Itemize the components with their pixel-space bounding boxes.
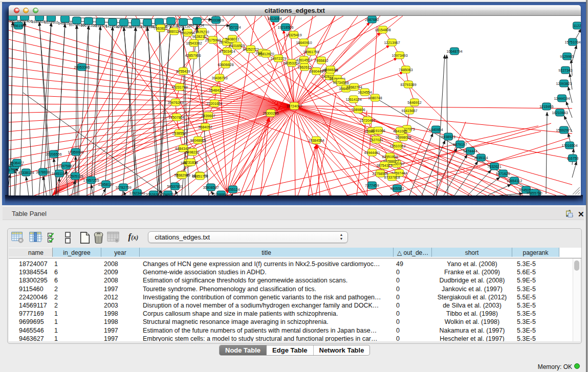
svg-text:84252722: 84252722 (243, 48, 258, 51)
svg-text:5938923: 5938923 (441, 135, 455, 139)
svg-text:13561597: 13561597 (10, 24, 26, 28)
svg-text:87337818: 87337818 (384, 176, 400, 179)
svg-text:1527021: 1527021 (369, 138, 383, 142)
svg-text:18724007: 18724007 (286, 104, 302, 108)
svg-text:7357224: 7357224 (227, 26, 241, 29)
svg-text:4668136: 4668136 (176, 25, 190, 28)
svg-text:8860124: 8860124 (167, 30, 181, 33)
svg-text:12213967: 12213967 (384, 41, 400, 45)
svg-text:7663822: 7663822 (154, 27, 167, 30)
svg-text:4841005: 4841005 (393, 129, 407, 133)
svg-text:3624554: 3624554 (358, 91, 372, 94)
svg-text:19384554: 19384554 (308, 139, 324, 142)
svg-text:12093823: 12093823 (556, 82, 572, 85)
svg-text:1362615: 1362615 (297, 65, 311, 69)
svg-text:8755439: 8755439 (176, 70, 190, 73)
svg-text:2087682: 2087682 (365, 18, 379, 21)
svg-text:1538552: 1538552 (172, 132, 186, 135)
svg-text:96282117: 96282117 (192, 35, 208, 38)
svg-text:17359938: 17359938 (68, 150, 83, 154)
svg-text:15751034: 15751034 (564, 40, 580, 44)
svg-text:20576383: 20576383 (145, 193, 161, 196)
svg-text:9548432: 9548432 (209, 89, 223, 92)
svg-text:17957255: 17957255 (83, 179, 99, 182)
svg-text:8231838: 8231838 (184, 161, 198, 164)
svg-text:12444194: 12444194 (554, 97, 570, 100)
svg-text:8813054: 8813054 (268, 17, 281, 20)
svg-text:17016504: 17016504 (561, 144, 577, 147)
svg-text:5498222: 5498222 (185, 150, 199, 154)
svg-text:7089806: 7089806 (351, 108, 365, 112)
svg-text:16648794: 16648794 (446, 50, 462, 53)
svg-text:19510312: 19510312 (389, 144, 405, 148)
svg-text:68353204: 68353204 (284, 61, 299, 65)
svg-text:12923446: 12923446 (129, 191, 145, 195)
svg-text:1768805: 1768805 (214, 193, 228, 196)
svg-text:83793389: 83793389 (400, 83, 416, 86)
svg-text:6879197: 6879197 (453, 143, 467, 146)
svg-text:3684052: 3684052 (198, 125, 212, 129)
svg-text:19218506: 19218506 (277, 26, 293, 29)
svg-text:10958127: 10958127 (98, 183, 114, 186)
svg-text:8536477: 8536477 (10, 161, 24, 165)
svg-text:35808537: 35808537 (203, 186, 219, 189)
svg-text:16210643: 16210643 (552, 111, 568, 115)
svg-text:7377459: 7377459 (365, 184, 379, 187)
svg-text:27758595: 27758595 (372, 172, 388, 176)
svg-text:25300295: 25300295 (263, 112, 278, 115)
svg-text:7632621: 7632621 (487, 165, 501, 168)
svg-text:5408072: 5408072 (225, 37, 239, 41)
svg-text:12505135: 12505135 (67, 174, 83, 178)
svg-text:16640910: 16640910 (296, 41, 312, 45)
svg-text:1122: 1122 (573, 24, 581, 28)
svg-text:15720407: 15720407 (359, 119, 375, 122)
svg-text:4905582: 4905582 (390, 187, 404, 190)
svg-text:2191066: 2191066 (371, 129, 385, 133)
svg-text:9227343: 9227343 (558, 69, 572, 72)
svg-text:16154808: 16154808 (375, 28, 390, 32)
svg-text:11451194: 11451194 (52, 172, 67, 176)
svg-text:39436733: 39436733 (211, 76, 227, 80)
svg-text:47338124: 47338124 (18, 171, 34, 174)
svg-text:31682744: 31682744 (346, 85, 362, 89)
svg-text:17507864: 17507864 (168, 116, 184, 119)
svg-text:9474444: 9474444 (463, 149, 477, 153)
svg-text:58537831: 58537831 (167, 185, 183, 188)
svg-text:70855700: 70855700 (526, 191, 542, 195)
svg-text:16961758: 16961758 (303, 50, 319, 54)
svg-text:9478454: 9478454 (190, 24, 204, 27)
svg-text:42857966: 42857966 (185, 54, 201, 57)
svg-text:5446912: 5446912 (407, 101, 421, 104)
svg-text:1080748: 1080748 (368, 96, 382, 100)
svg-text:39476249: 39476249 (167, 101, 183, 104)
svg-text:12614124: 12614124 (345, 98, 361, 101)
svg-text:91415657: 91415657 (401, 109, 417, 113)
svg-text:24972279: 24972279 (270, 57, 286, 60)
svg-text:3678638: 3678638 (36, 170, 50, 174)
svg-text:7955812: 7955812 (314, 59, 328, 62)
svg-text:7485063: 7485063 (399, 68, 412, 72)
svg-text:8912954: 8912954 (181, 31, 194, 35)
svg-text:67503414: 67503414 (219, 50, 235, 53)
svg-text:72682989: 72682989 (174, 173, 190, 177)
svg-text:1527602: 1527602 (44, 20, 58, 24)
svg-text:22201654: 22201654 (206, 102, 222, 105)
svg-text:8471626: 8471626 (496, 172, 510, 176)
svg-text:36998038: 36998038 (395, 136, 411, 139)
svg-text:41944441: 41944441 (364, 151, 380, 155)
svg-text:15692971: 15692971 (556, 128, 572, 132)
svg-text:91734598: 91734598 (333, 81, 349, 84)
svg-text:63606628: 63606628 (217, 63, 233, 67)
svg-text:1640954: 1640954 (429, 128, 443, 132)
svg-text:2839607: 2839607 (201, 114, 215, 118)
svg-text:16543382: 16543382 (186, 41, 202, 45)
svg-text:6990448: 6990448 (309, 70, 323, 73)
svg-text:46231783: 46231783 (171, 85, 187, 89)
svg-text:28053346: 28053346 (74, 65, 90, 69)
svg-text:4694634: 4694634 (323, 68, 337, 72)
svg-text:16033809: 16033809 (208, 18, 224, 22)
svg-text:66851760: 66851760 (192, 174, 208, 178)
svg-text:3215955: 3215955 (539, 105, 553, 108)
svg-text:10654112: 10654112 (507, 179, 522, 183)
svg-text:10973493: 10973493 (391, 54, 407, 57)
